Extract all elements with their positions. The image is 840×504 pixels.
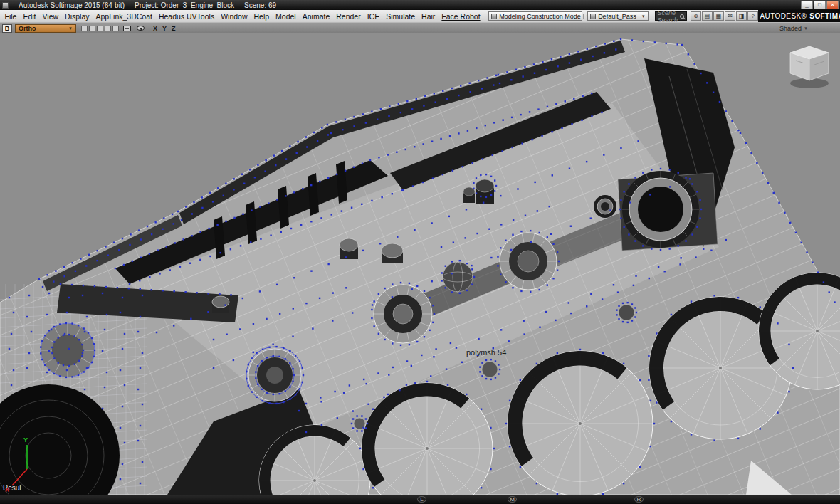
softimage-window: Autodesk Softimage 2015 (64-bit) Project… [0,0,840,504]
search-icon [680,14,684,19]
axis-y-label: Y [23,436,28,443]
eye-icon[interactable] [135,23,146,33]
menu-item[interactable]: Animate [299,12,333,21]
camera-icon[interactable] [122,23,132,33]
memo-cam-slot[interactable] [105,26,111,31]
camera-view-value: Ortho [19,25,36,32]
memo-cam-slot[interactable] [97,26,103,31]
softimage-logo-text: SOFTIMAGE® [809,12,840,20]
memo-cam-slot[interactable] [89,26,95,31]
mouse-left-hint: L [417,496,426,503]
window-controls: _ □ × [801,1,839,9]
axis-lock-button[interactable]: X [151,25,159,32]
axis-lock-buttons: XYZ [151,25,178,32]
menu-item[interactable]: Hair [419,12,439,21]
viewport-letter-button[interactable]: B [2,24,12,33]
scene-search-placeholder: Scene Search [658,9,678,23]
render-pass-select[interactable]: Default_Pass ▼ [587,11,648,21]
zoom-add-icon[interactable]: ⊕ [691,11,701,21]
axis-lock-button[interactable]: Z [169,25,178,32]
render-pass-value: Default_Pass [598,13,636,20]
axis-lock-button[interactable]: Y [160,25,169,32]
display-mode-value: Shaded [779,25,802,32]
render-pass-icon [590,14,596,19]
construction-mode-icon [491,14,497,19]
app-icon [2,2,9,9]
selection-label: polymsh 54 [466,348,506,357]
construction-mode-select[interactable]: Modeling Construction Mode ▼ [488,11,582,21]
menu-icon-strip: ⊕ ▤ ▦ ✉ ◨ ? [691,11,758,21]
list-icon[interactable]: ▤ [702,11,713,21]
memo-cam-strip [81,26,119,31]
mouse-right-hint: R [634,496,644,503]
memo-cam-slot[interactable] [81,26,88,31]
scene-search-input[interactable]: Scene Search [655,11,688,21]
scene-label: Scene: 69 [244,1,276,9]
menu-item[interactable]: ICE [364,12,383,21]
minimize-button[interactable]: _ [801,1,813,9]
viewport-b[interactable]: polymsh 54 Resul Y X [0,33,840,495]
menu-item[interactable]: Window [218,12,251,21]
menu-item[interactable]: Edit [20,12,39,21]
viewport-canvas[interactable]: polymsh 54 Resul Y X [0,33,840,495]
chevron-down-icon: ▼ [639,14,646,19]
chevron-down-icon: ▼ [804,26,808,31]
menu-bar: FileEditViewDisplayAppLink_3DCoatHeadus … [0,10,840,22]
menu-item[interactable]: View [39,12,62,21]
mouse-hint-bar: L M R [0,495,840,504]
maximize-button[interactable]: □ [814,1,826,9]
window-title: Autodesk Softimage 2015 (64-bit) [19,1,125,9]
menu-item[interactable]: Render [333,12,364,21]
chevron-down-icon: ▼ [68,26,73,31]
camera-view-dropdown[interactable]: Ortho ▼ [15,24,76,33]
menu-item[interactable]: Simulate [383,12,419,21]
view-cube[interactable] [790,46,829,88]
menu-items: FileEditViewDisplayAppLink_3DCoatHeadus … [1,12,483,21]
axis-x-label: X [5,486,9,493]
autodesk-logo-text: AUTODESK® [760,12,807,20]
menu-item[interactable]: File [1,12,20,21]
mouse-middle-hint: M [508,496,517,503]
message-icon[interactable]: ✉ [725,11,735,21]
memo-cam-slot[interactable] [112,26,119,31]
menu-item[interactable]: Help [251,12,273,21]
menu-item[interactable]: Model [273,12,300,21]
menu-item[interactable]: AppLink_3DCoat [93,12,155,21]
menu-item[interactable]: Headus UVTools [155,12,217,21]
construction-mode-value: Modeling Construction Mode [499,13,581,20]
help-icon[interactable]: ? [747,11,758,21]
viewport-toolbar: B Ortho ▼ XYZ Shaded ▼ [0,22,840,33]
display-mode-dropdown[interactable]: Shaded ▼ [779,25,838,32]
close-button[interactable]: × [826,1,839,9]
grid-icon[interactable]: ▦ [713,11,724,21]
project-label: Project: Order_3_Engine_Block [135,1,234,9]
menu-item[interactable]: Face Robot [439,12,483,21]
menu-item[interactable]: Display [62,12,93,21]
title-bar: Autodesk Softimage 2015 (64-bit) Project… [0,0,840,10]
panel-icon[interactable]: ◨ [736,11,747,21]
branding: AUTODESK® SOFTIMAGE® [758,10,840,22]
